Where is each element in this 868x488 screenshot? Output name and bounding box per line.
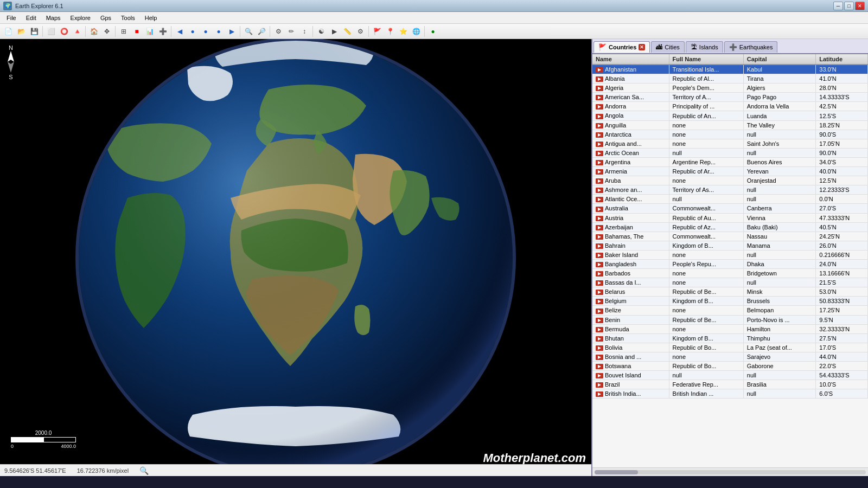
data-table[interactable]: Name Full Name Capital Latitude ▶Afghani…	[592, 54, 868, 467]
toolbar-pencil[interactable]: ✏	[285, 25, 297, 37]
toolbar-blue3[interactable]: ●	[200, 25, 212, 37]
table-row[interactable]: ▶AlgeriaPeople's Dem...Algiers28.0'N	[592, 84, 868, 93]
toolbar-save[interactable]: 💾	[28, 25, 40, 37]
cell-fullname: none	[669, 250, 743, 259]
toolbar-move[interactable]: ↕	[298, 25, 310, 37]
table-hscrollbar[interactable]	[592, 467, 868, 476]
toolbar-blue4[interactable]: ●	[213, 25, 225, 37]
toolbar-new[interactable]: 📄	[2, 25, 14, 37]
table-row[interactable]: ▶American Sa...Territory of A...Pago Pag…	[592, 93, 868, 102]
tab-countries[interactable]: 🚩Countries✕	[593, 41, 650, 53]
col-fullname: Full Name	[669, 54, 743, 65]
table-row[interactable]: ▶BoliviaRepublic of Bo...La Paz (seat of…	[592, 343, 868, 352]
zoom-icon[interactable]: 🔍	[139, 466, 149, 475]
close-button[interactable]: ✕	[855, 2, 865, 10]
table-row[interactable]: ▶AfghanistanTransitional Isla...Kabul33.…	[592, 65, 868, 74]
table-row[interactable]: ▶AustriaRepublic of Au...Vienna47.33333'…	[592, 213, 868, 222]
toolbar-circle[interactable]: ⭕	[58, 25, 70, 37]
toolbar-zoom-in[interactable]: 🔍	[242, 25, 254, 37]
table-row[interactable]: ▶BahrainKingdom of B...Manama26.0'N	[592, 241, 868, 250]
hscroll-thumb[interactable]	[595, 470, 638, 474]
table-row[interactable]: ▶Baker Islandnonenull0.216666'N	[592, 250, 868, 259]
table-row[interactable]: ▶BotswanaRepublic of Bo...Gaborone22.0'S	[592, 362, 868, 371]
toolbar-pan[interactable]: ✥	[101, 25, 113, 37]
toolbar-measure[interactable]: 📏	[341, 25, 353, 37]
table-row[interactable]: ▶BelizenoneBelmopan17.25'N	[592, 306, 868, 315]
table-row[interactable]: ▶ArgentinaArgentine Rep...Buenos Aires34…	[592, 157, 868, 166]
toolbar-chart[interactable]: 📊	[144, 25, 156, 37]
table-row[interactable]: ▶Bouvet Islandnullnull54.43333'S	[592, 371, 868, 380]
table-row[interactable]: ▶BrazilFederative Rep...Brasilia10.0'S	[592, 380, 868, 389]
toolbar-pin[interactable]: 📍	[384, 25, 396, 37]
tab-earthquakes[interactable]: ➕Earthquakes	[724, 41, 778, 53]
menu-item-edit[interactable]: Edit	[22, 14, 41, 22]
toolbar-plus[interactable]: ➕	[157, 25, 169, 37]
table-row[interactable]: ▶BarbadosnoneBridgetown13.16666'N	[592, 269, 868, 278]
flag-icon: ▶	[596, 290, 603, 295]
table-row[interactable]: ▶Arctic Oceannullnull90.0'N	[592, 148, 868, 157]
menu-item-gps[interactable]: Gps	[96, 14, 116, 22]
toolbar-yin[interactable]: ☯	[315, 25, 327, 37]
globe-area[interactable]: N S	[0, 39, 591, 476]
cell-fullname: Kingdom of B...	[669, 333, 743, 343]
table-row[interactable]: ▶BermudanoneHamilton32.33333'N	[592, 324, 868, 333]
flag-icon: ▶	[596, 382, 603, 388]
table-row[interactable]: ▶Bassas da I...nonenull21.5'S	[592, 278, 868, 287]
menu-item-maps[interactable]: Maps	[42, 14, 65, 22]
toolbar-star[interactable]: ⭐	[397, 25, 409, 37]
countries-tab-close[interactable]: ✕	[639, 44, 645, 50]
table-row[interactable]: ▶AnguillanoneThe Valley18.25'N	[592, 120, 868, 130]
toolbar-open[interactable]: 📂	[15, 25, 27, 37]
table-row[interactable]: ▶ArubanoneOranjestad12.5'N	[592, 176, 868, 185]
menu-item-file[interactable]: File	[2, 14, 21, 22]
table-row[interactable]: ▶Antigua and...noneSaint John's17.05'N	[592, 139, 868, 148]
menu-item-tools[interactable]: Tools	[117, 14, 139, 22]
toolbar-play[interactable]: ▶	[328, 25, 340, 37]
cell-latitude: 40.0'N	[816, 167, 868, 176]
table-row[interactable]: ▶BelgiumKingdom of B...Brussels50.83333'…	[592, 297, 868, 306]
toolbar-home[interactable]: 🏠	[88, 25, 100, 37]
toolbar-square[interactable]: ⬜	[45, 25, 57, 37]
toolbar-green[interactable]: ●	[427, 25, 439, 37]
table-row[interactable]: ▶AlbaniaRepublic of Al...Tirana41.0'N	[592, 74, 868, 84]
toolbar-settings[interactable]: ⚙	[354, 25, 366, 37]
toolbar-blue2[interactable]: ●	[187, 25, 199, 37]
toolbar-stop[interactable]: ■	[131, 25, 143, 37]
toolbar-blue1[interactable]: ◀	[174, 25, 186, 37]
cell-fullname: Republic of Al...	[669, 74, 743, 84]
flag-icon: ▶	[596, 160, 603, 165]
table-row[interactable]: ▶Antarcticanonenull90.0'S	[592, 130, 868, 139]
menu-item-help[interactable]: Help	[141, 14, 162, 22]
toolbar-layers[interactable]: ⚙	[272, 25, 284, 37]
minimize-button[interactable]: ─	[833, 2, 843, 10]
cell-fullname: Republic of Ar...	[669, 167, 743, 176]
table-row[interactable]: ▶Bahamas, TheCommonwealt...Nassau24.25'N	[592, 232, 868, 241]
table-row[interactable]: ▶AndorraPrincipality of ...Andorra la Ve…	[592, 102, 868, 111]
flag-icon: ▶	[596, 225, 603, 230]
tab-islands[interactable]: 🏝Islands	[686, 41, 723, 53]
table-row[interactable]: ▶Atlantic Oce...nullnull0.0'N	[592, 195, 868, 204]
table-row[interactable]: ▶AustraliaCommonwealt...Canberra27.0'S	[592, 204, 868, 213]
table-row[interactable]: ▶ArmeniaRepublic of Ar...Yerevan40.0'N	[592, 167, 868, 176]
table-row[interactable]: ▶AzerbaijanRepublic of Az...Baku (Baki)4…	[592, 222, 868, 232]
maximize-button[interactable]: □	[844, 2, 854, 10]
cell-fullname: null	[669, 148, 743, 157]
toolbar-flag[interactable]: 🚩	[371, 25, 383, 37]
table-row[interactable]: ▶BangladeshPeople's Repu...Dhaka24.0'N	[592, 259, 868, 268]
tab-cities[interactable]: 🏙Cities	[651, 41, 685, 53]
table-row[interactable]: ▶BhutanKingdom of B...Thimphu27.5'N	[592, 333, 868, 343]
toolbar-globe[interactable]: 🌐	[410, 25, 422, 37]
toolbar-sep-4	[171, 26, 171, 37]
table-row[interactable]: ▶BeninRepublic of Be...Porto-Novo is ...…	[592, 315, 868, 324]
menu-item-explore[interactable]: Explore	[66, 14, 95, 22]
cell-name: ▶Algeria	[592, 84, 669, 93]
table-row[interactable]: ▶Ashmore an...Territory of As...null12.2…	[592, 185, 868, 195]
toolbar-grid[interactable]: ⊞	[118, 25, 130, 37]
table-row[interactable]: ▶Bosnia and ...noneSarajevo44.0'N	[592, 352, 868, 361]
table-row[interactable]: ▶AngolaRepublic of An...Luanda12.5'S	[592, 111, 868, 120]
toolbar-triangle[interactable]: 🔺	[71, 25, 83, 37]
toolbar-blue5[interactable]: ▶	[226, 25, 238, 37]
toolbar-zoom-out[interactable]: 🔎	[256, 25, 267, 37]
table-row[interactable]: ▶British India...British Indian ...null6…	[592, 389, 868, 399]
table-row[interactable]: ▶BelarusRepublic of Be...Minsk53.0'N	[592, 287, 868, 297]
